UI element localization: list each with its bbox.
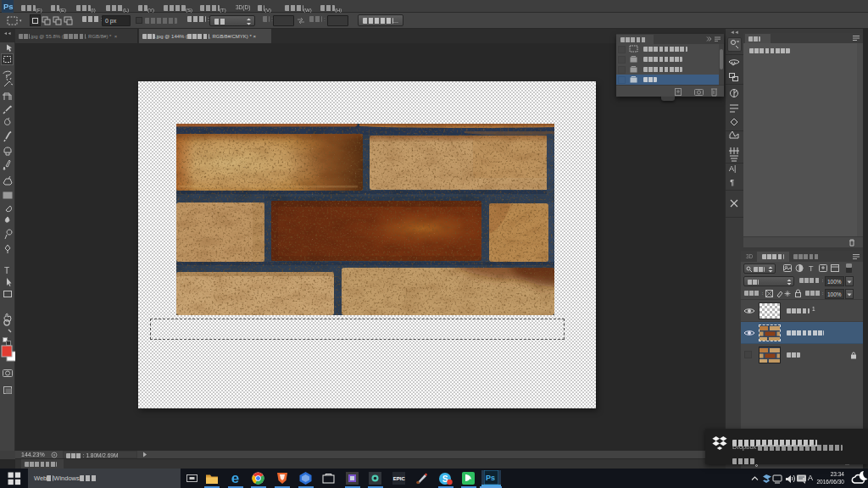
svg-text:A|: A| <box>729 164 736 173</box>
svg-text:T: T <box>4 266 9 275</box>
svg-text:Ps: Ps <box>486 474 495 482</box>
svg-text:EPIC: EPIC <box>393 476 405 481</box>
svg-text:¶: ¶ <box>730 179 734 187</box>
svg-text:T: T <box>809 264 814 273</box>
